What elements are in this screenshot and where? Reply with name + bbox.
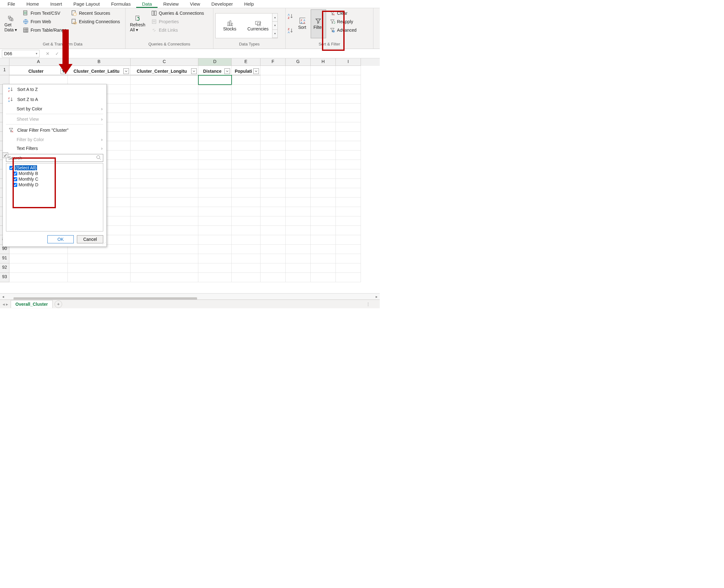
cell[interactable]: Distance — [198, 66, 232, 75]
cell[interactable] — [311, 245, 336, 254]
cell[interactable] — [130, 264, 198, 273]
filter-dropdown-toggle[interactable] — [224, 68, 230, 74]
cell[interactable] — [232, 216, 260, 226]
cell[interactable] — [260, 216, 286, 226]
from-web-button[interactable]: From Web — [21, 18, 68, 25]
cell[interactable] — [198, 141, 232, 150]
cell[interactable] — [130, 104, 198, 113]
cell[interactable] — [68, 254, 130, 264]
cell[interactable] — [198, 188, 232, 197]
cell[interactable] — [286, 85, 311, 94]
cell[interactable] — [311, 94, 336, 104]
cell[interactable] — [198, 104, 232, 113]
formula-bar[interactable] — [71, 50, 380, 57]
cell[interactable] — [232, 169, 260, 179]
cell[interactable] — [260, 85, 286, 94]
filter-button[interactable]: Filter — [311, 9, 326, 38]
cell[interactable] — [130, 226, 198, 235]
cell[interactable] — [286, 169, 311, 179]
name-box[interactable]: D66▾ — [2, 50, 40, 57]
filter-cancel-button[interactable]: Cancel — [77, 235, 103, 243]
cell[interactable] — [336, 160, 361, 169]
cell[interactable] — [232, 94, 260, 104]
cell[interactable] — [336, 264, 361, 273]
cell[interactable] — [336, 94, 361, 104]
cell[interactable] — [232, 273, 260, 282]
cell[interactable] — [286, 226, 311, 235]
cell[interactable] — [286, 66, 311, 75]
cell[interactable] — [260, 66, 286, 75]
cell[interactable] — [198, 122, 232, 132]
cell[interactable] — [260, 104, 286, 113]
filter-item-monthly-c[interactable]: Monthly C — [8, 176, 101, 182]
cell[interactable] — [9, 273, 68, 282]
cell[interactable] — [198, 150, 232, 160]
cell[interactable] — [311, 113, 336, 122]
cell[interactable] — [286, 141, 311, 150]
tab-home[interactable]: Home — [21, 1, 44, 8]
existing-connections-button[interactable]: Existing Connections — [70, 18, 121, 25]
cell[interactable]: Cluster_Center_Latitu — [68, 66, 130, 75]
sheet-options-icon[interactable]: ⋮ — [366, 302, 380, 307]
cancel-formula-icon[interactable]: ✕ — [46, 51, 49, 56]
cell[interactable] — [286, 273, 311, 282]
filter-item-monthly-d[interactable]: Monthly D — [8, 182, 101, 187]
cell[interactable] — [232, 85, 260, 94]
cell[interactable] — [130, 273, 198, 282]
cell[interactable] — [336, 235, 361, 245]
filter-dropdown-toggle[interactable] — [191, 68, 197, 74]
cell[interactable] — [198, 273, 232, 282]
gallery-up[interactable]: ▴ — [273, 14, 277, 22]
cell[interactable] — [9, 264, 68, 273]
cell[interactable] — [130, 160, 198, 169]
scroll-left[interactable]: ◂ — [0, 294, 6, 299]
currencies-type[interactable]: Currencies — [244, 14, 272, 38]
cell[interactable] — [311, 85, 336, 94]
cell[interactable] — [68, 264, 130, 273]
cell[interactable] — [130, 132, 198, 141]
cell[interactable] — [311, 160, 336, 169]
colhdr-h[interactable]: H — [311, 58, 336, 66]
tab-view[interactable]: View — [184, 1, 205, 8]
cell[interactable] — [232, 150, 260, 160]
cell[interactable] — [286, 254, 311, 264]
new-sheet-button[interactable]: ＋ — [55, 300, 62, 308]
cell[interactable] — [198, 254, 232, 264]
cell[interactable] — [260, 132, 286, 141]
cell[interactable] — [311, 169, 336, 179]
cell[interactable] — [130, 254, 198, 264]
cell[interactable] — [311, 273, 336, 282]
cell[interactable] — [130, 245, 198, 254]
cell[interactable] — [336, 104, 361, 113]
tab-review[interactable]: Review — [158, 1, 184, 8]
from-text-csv-button[interactable]: From Text/CSV — [21, 9, 68, 17]
cell[interactable] — [336, 179, 361, 188]
sheet-nav-next[interactable]: ▸ — [6, 302, 8, 307]
rowhdr[interactable]: 91 — [0, 254, 9, 264]
cell[interactable] — [232, 179, 260, 188]
cell[interactable] — [232, 160, 260, 169]
scroll-right[interactable]: ▸ — [374, 294, 380, 299]
cell[interactable] — [130, 150, 198, 160]
cell[interactable] — [286, 207, 311, 216]
tab-file[interactable]: File — [2, 1, 21, 8]
cell[interactable] — [336, 273, 361, 282]
cell[interactable] — [311, 179, 336, 188]
cell[interactable] — [311, 188, 336, 197]
filter-item-select-all[interactable]: (Select All) — [8, 165, 101, 170]
cell[interactable] — [198, 235, 232, 245]
rowhdr[interactable]: 1 — [0, 66, 9, 75]
horizontal-scrollbar[interactable]: ◂ ▸ — [0, 293, 380, 299]
cell[interactable] — [311, 254, 336, 264]
cell[interactable] — [232, 226, 260, 235]
cell[interactable] — [311, 132, 336, 141]
cell[interactable] — [260, 113, 286, 122]
cell[interactable] — [232, 207, 260, 216]
cell[interactable] — [198, 94, 232, 104]
colhdr-b[interactable]: B — [68, 58, 130, 66]
cell[interactable] — [198, 85, 232, 94]
cell[interactable] — [311, 235, 336, 245]
cell[interactable] — [198, 197, 232, 207]
cell[interactable] — [336, 188, 361, 197]
sort-by-color[interactable]: Sort by Color› — [3, 104, 106, 113]
